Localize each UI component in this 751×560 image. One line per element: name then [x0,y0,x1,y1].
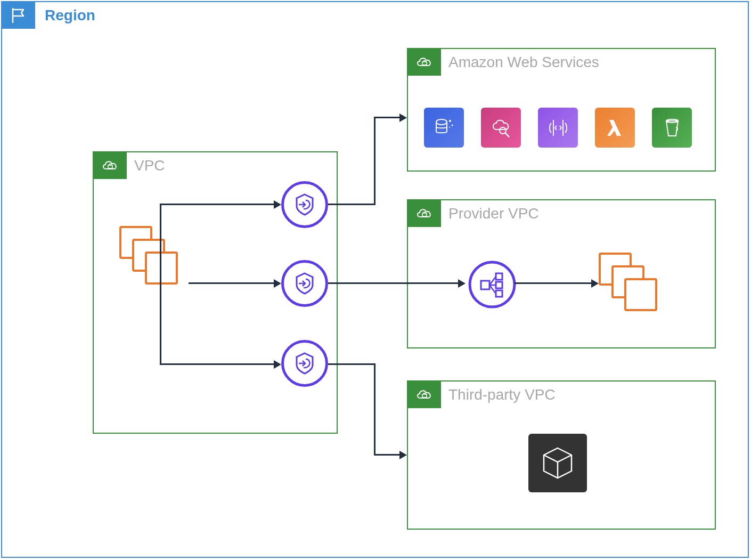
aws-service-icons [424,108,692,148]
aws-label: Amazon Web Services [448,54,599,71]
code-service-icon [538,108,578,148]
privatelink-endpoint-top-icon [281,181,328,228]
subnet-collection-consumer [119,226,189,295]
svg-rect-0 [108,165,112,168]
svg-point-6 [500,127,506,134]
svg-point-4 [451,124,453,126]
connector-line [374,454,401,456]
s3-icon [652,108,692,148]
connector-line [374,117,401,118]
cloud-lock-icon-square [408,382,441,408]
arrow-head-icon [591,279,599,288]
svg-rect-14 [422,394,427,397]
network-load-balancer-icon [466,258,519,311]
arrow-head-icon [399,113,407,122]
svg-point-3 [449,120,451,122]
arrow-head-icon [274,279,281,288]
connector-line [328,282,459,284]
third-party-service-icon [528,434,587,492]
connector-line [515,282,592,284]
svg-point-5 [449,127,450,128]
cloud-lock-icon [415,206,434,221]
provider-vpc-label: Provider VPC [448,205,539,222]
cloud-lock-icon-square [408,49,441,76]
vpc-icon-square [94,152,127,179]
connector-line [160,204,161,364]
privatelink-endpoint-bot-icon [281,340,328,387]
aws-badge: Amazon Web Services [408,49,599,76]
cloud-lock-icon [415,387,434,402]
cloud-lock-icon [101,158,120,173]
region-icon-square [2,2,35,29]
arrow-head-icon [274,360,281,369]
svg-point-2 [436,119,447,125]
arrow-head-icon [458,279,466,288]
connector-line [189,282,275,284]
connector-line [374,117,376,205]
vpc-consumer-label: VPC [134,157,165,174]
third-party-vpc-badge: Third-party VPC [408,382,556,408]
region-container: Region VPC [1,1,749,558]
connector-line [374,363,376,455]
provider-vpc-box: Provider VPC [407,199,716,348]
svg-rect-8 [422,213,427,216]
region-label: Region [45,7,95,24]
arrow-head-icon [399,451,407,459]
lambda-icon [595,108,635,148]
subnet-collection-provider [599,253,668,322]
aws-services-box: Amazon Web Services [407,48,716,172]
connector-line [328,204,375,205]
connector-line [328,363,375,365]
svg-rect-1 [422,62,427,65]
flag-icon [11,7,27,23]
connector-line [160,363,275,365]
vpc-consumer-badge: VPC [94,152,165,179]
arrow-head-icon [274,200,281,209]
privatelink-endpoint-mid-icon [281,260,328,307]
cloud-lock-icon-square [408,200,441,227]
region-badge: Region [2,2,95,29]
provider-vpc-badge: Provider VPC [408,200,539,227]
rds-icon [424,108,464,148]
cloudsearch-icon [481,108,521,148]
cloud-lock-icon [415,55,434,70]
third-party-vpc-label: Third-party VPC [448,386,556,403]
connector-line [160,204,275,205]
